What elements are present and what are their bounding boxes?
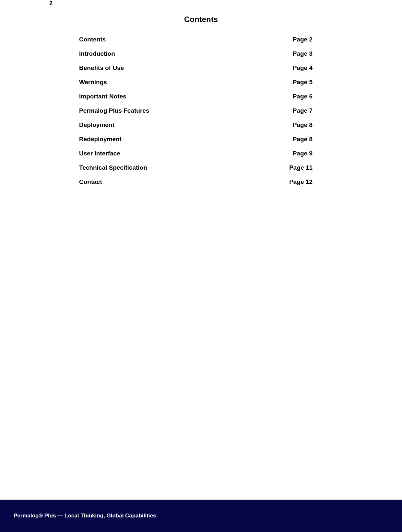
toc-label: User Interface <box>79 150 120 157</box>
toc-row: Redeployment Page 8 <box>79 132 313 146</box>
toc-label: Redeployment <box>79 136 122 143</box>
toc-row: Contact Page 12 <box>79 175 313 189</box>
toc-page: Page 8 <box>293 121 313 129</box>
toc-page: Page 8 <box>293 136 313 143</box>
toc-page: Page 11 <box>289 164 313 171</box>
toc-row: Contents Page 2 <box>79 32 313 47</box>
toc-label: Permalog Plus Features <box>79 107 149 114</box>
toc-label: Contact <box>79 178 102 186</box>
toc-label: Deployment <box>79 121 114 129</box>
toc-row: User Interface Page 9 <box>79 146 313 161</box>
toc-page: Page 3 <box>293 50 313 57</box>
toc-label: Warnings <box>79 79 107 86</box>
toc-page: Page 6 <box>293 93 313 100</box>
toc-row: Technical Specification Page 11 <box>79 161 313 175</box>
page-number: 2 <box>49 0 53 7</box>
toc-label: Contents <box>79 36 106 43</box>
table-of-contents: Contents Page 2 Introduction Page 3 Bene… <box>79 32 313 189</box>
toc-page: Page 5 <box>293 79 313 86</box>
footer-text: Permalog® Plus — Local Thinking, Global … <box>14 513 156 519</box>
toc-label: Introduction <box>79 50 115 57</box>
toc-row: Deployment Page 8 <box>79 118 313 132</box>
toc-row: Permalog Plus Features Page 7 <box>79 104 313 118</box>
toc-page: Page 12 <box>289 178 313 186</box>
toc-page: Page 2 <box>293 36 313 43</box>
toc-label: Important Notes <box>79 93 126 100</box>
toc-label: Benefits of Use <box>79 64 124 72</box>
footer-bar: Permalog® Plus — Local Thinking, Global … <box>0 500 402 532</box>
toc-row: Introduction Page 3 <box>79 47 313 61</box>
contents-title: Contents <box>0 15 402 24</box>
toc-row: Benefits of Use Page 4 <box>79 61 313 75</box>
toc-label: Technical Specification <box>79 164 147 171</box>
toc-page: Page 4 <box>293 64 313 72</box>
toc-page: Page 9 <box>293 150 313 157</box>
toc-page: Page 7 <box>293 107 313 114</box>
toc-row: Important Notes Page 6 <box>79 89 313 104</box>
toc-row: Warnings Page 5 <box>79 75 313 89</box>
